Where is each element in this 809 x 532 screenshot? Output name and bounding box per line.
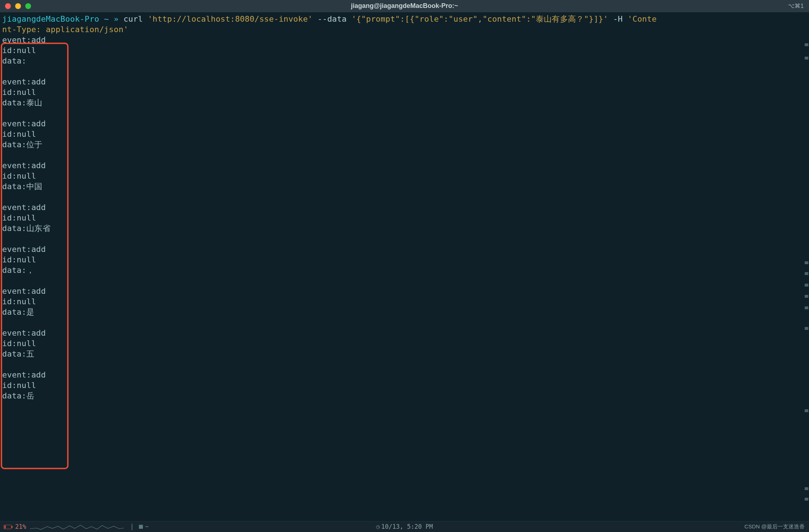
statusbar: 21% | ~ ◷10/13, 5:20 PM CSDN @最后一支迷迭香: [0, 521, 809, 532]
tab-label: ~: [145, 523, 149, 530]
window-controls: [5, 3, 31, 9]
status-left: 21%: [0, 523, 124, 531]
command-header-value-2: nt-Type: application/json': [2, 25, 128, 34]
prompt-path: ~: [104, 14, 109, 23]
scrollbar-marks: [805, 27, 808, 509]
sse-output: event:add id:null data: event:add id:nul…: [2, 35, 51, 400]
prompt-arrow-icon: »: [114, 14, 118, 23]
window-title: jiagang@jiagangdeMacBook-Pro:~: [0, 3, 809, 10]
minimize-icon[interactable]: [15, 3, 21, 9]
titlebar: jiagang@jiagangdeMacBook-Pro:~ ⌥⌘1: [0, 0, 809, 12]
zoom-icon[interactable]: [25, 3, 31, 9]
datetime-text: 10/13, 5:20 PM: [381, 523, 433, 530]
status-tabs: | ~: [130, 523, 149, 530]
status-tab[interactable]: ~: [139, 523, 149, 530]
battery-icon: [4, 525, 12, 529]
cpu-sparkline: [30, 523, 124, 531]
tab-indicator-icon: [139, 525, 143, 529]
command-header-flag: -H: [613, 14, 623, 23]
divider: |: [130, 523, 134, 530]
command-header-value-1: 'Conte: [627, 14, 657, 23]
battery-percentage: 21%: [15, 523, 26, 530]
terminal-window: jiagang@jiagangdeMacBook-Pro:~ ⌥⌘1 jiaga…: [0, 0, 809, 532]
terminal-output[interactable]: jiagangdeMacBook-Pro ~ » curl 'http://lo…: [0, 12, 809, 521]
command-url: 'http://localhost:8080/sse-invoke': [148, 14, 312, 23]
close-icon[interactable]: [5, 3, 11, 9]
prompt-host: jiagangdeMacBook-Pro: [2, 14, 99, 23]
window-shortcut-hint: ⌥⌘1: [788, 3, 804, 9]
command-name: curl: [123, 14, 143, 23]
command-data-value: '{"prompt":[{"role":"user","content":"泰山…: [351, 14, 608, 23]
watermark: CSDN @最后一支迷迭香: [744, 524, 805, 530]
command-data-flag: --data: [318, 14, 347, 23]
clock-icon: ◷: [376, 523, 380, 530]
